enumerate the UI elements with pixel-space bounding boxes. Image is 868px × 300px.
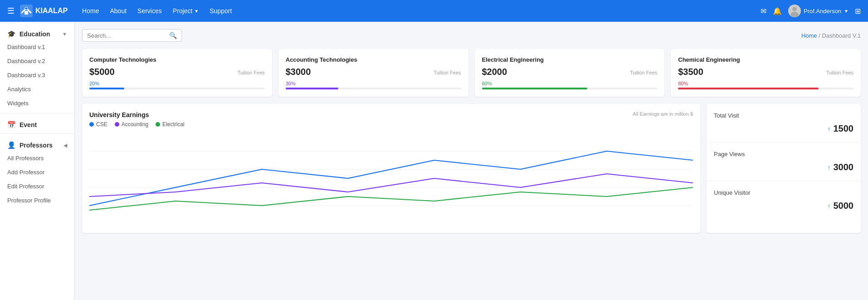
sidebar: 🎓 Education ▼ Dashboard v.1 Dashboard v.… (0, 22, 75, 300)
svg-rect-2 (25, 7, 28, 10)
sidebar-section-professors: 👤 Professors ◀ (0, 137, 74, 151)
legend-dot-accounting (115, 122, 119, 127)
user-name: Prof.Anderson (804, 8, 841, 15)
sidebar-item-dashboard-v2[interactable]: Dashboard v.2 (0, 54, 74, 68)
stat-arrow-total-visit: ↑ (828, 125, 831, 133)
svg-point-4 (790, 12, 799, 17)
hamburger-menu[interactable]: ☰ (7, 6, 15, 16)
sidebar-event-header[interactable]: 📅 Event (7, 121, 67, 129)
nav-home[interactable]: Home (82, 7, 99, 15)
sidebar-item-dashboard-v1[interactable]: Dashboard v.1 (0, 40, 74, 54)
search-box[interactable]: 🔍 (82, 29, 182, 42)
sidebar-professors-header[interactable]: 👤 Professors ◀ (7, 141, 67, 149)
progress-text-2: 60% (482, 81, 658, 86)
card-title-1: Accounting Technologies (286, 56, 461, 63)
breadcrumb-home[interactable]: Home (801, 32, 817, 39)
card-accounting-technologies: Accounting Technologies $3000 Tuition Fe… (278, 49, 468, 97)
card-title-3: Chemical Engineering (678, 56, 853, 63)
stats-card: Total Visit ↑ 1500 Page Views ↑ 3000 Uni… (707, 104, 861, 233)
breadcrumb-current: Dashboard V.1 (822, 32, 861, 39)
nav-support[interactable]: Support (210, 7, 232, 15)
sidebar-item-professor-profile[interactable]: Professor Profile (0, 193, 74, 207)
progress-track-1 (286, 88, 461, 89)
brand-name: KIAALAP (35, 7, 68, 15)
progress-bar-1: 30% (286, 81, 461, 89)
progress-track-3 (678, 88, 853, 89)
sidebar-education-header[interactable]: 🎓 Education ▼ (7, 30, 67, 38)
progress-bar-2: 60% (482, 81, 658, 89)
stat-label-page-views: Page Views (714, 151, 853, 157)
nav-project[interactable]: Project ▼ (173, 7, 199, 15)
user-profile-badge[interactable]: Prof.Anderson ▼ (788, 5, 848, 17)
progress-bar-0: 20% (89, 81, 265, 89)
sidebar-item-add-professor[interactable]: Add Professor (0, 165, 74, 179)
nav-links: Home About Services Project ▼ Support (82, 7, 761, 15)
card-label-1: Tuition Fees (434, 70, 461, 75)
card-label-0: Tuition Fees (238, 70, 265, 75)
card-value-row-2: $2000 Tuition Fees (482, 67, 658, 77)
card-title-0: Computer Technologies (89, 56, 265, 63)
chart-legend: CSE Accounting Electrical (89, 121, 185, 128)
search-input[interactable] (87, 32, 169, 39)
sidebar-professors-label: 👤 Professors (7, 141, 53, 149)
progress-fill-1 (286, 88, 338, 89)
bell-icon[interactable]: 🔔 (773, 7, 782, 15)
progress-text-0: 20% (89, 81, 265, 86)
sidebar-item-edit-professor[interactable]: Edit Professor (0, 179, 74, 193)
grid-icon[interactable]: ⊞ (855, 7, 861, 15)
card-computer-technologies: Computer Technologies $5000 Tuition Fees… (82, 49, 272, 97)
sidebar-education-label: 🎓 Education (7, 30, 50, 38)
legend-dot-electrical (156, 122, 160, 127)
sidebar-section-event: 📅 Event (0, 116, 74, 131)
legend-label-electrical: Electrical (162, 121, 185, 128)
nav-services[interactable]: Services (137, 7, 162, 15)
stat-row-page-views: Page Views ↑ 3000 (707, 143, 861, 181)
nav-about[interactable]: About (110, 7, 127, 15)
chart-subtitle: All Earnings are in million $ (633, 111, 693, 117)
svg-rect-1 (24, 11, 28, 15)
progress-bar-3: 80% (678, 81, 853, 89)
stat-label-unique-visitor: Unique Visitor (714, 189, 853, 196)
stat-value-unique-visitor: 5000 (834, 201, 854, 211)
sidebar-item-dashboard-v3[interactable]: Dashboard v.3 (0, 68, 74, 82)
stat-label-total-visit: Total Visit (714, 112, 853, 119)
chart-header: University Earnings CSE Accounting (89, 111, 693, 128)
card-label-2: Tuition Fees (630, 70, 657, 75)
sidebar-item-widgets[interactable]: Widgets (0, 96, 74, 110)
sidebar-section-education: 🎓 Education ▼ (0, 25, 74, 40)
card-value-1: $3000 (286, 67, 311, 77)
progress-text-3: 80% (678, 81, 853, 86)
progress-track-2 (482, 88, 658, 89)
progress-fill-3 (678, 88, 818, 89)
brand-logo-icon (20, 5, 33, 17)
card-value-row-1: $3000 Tuition Fees (286, 67, 461, 77)
earnings-chart-card: University Earnings CSE Accounting (82, 104, 700, 233)
svg-point-3 (792, 7, 797, 11)
legend-label-accounting: Accounting (122, 121, 148, 128)
sidebar-item-analytics[interactable]: Analytics (0, 82, 74, 96)
user-chevron-icon: ▼ (844, 9, 848, 14)
search-icon: 🔍 (169, 32, 177, 39)
progress-fill-2 (482, 88, 587, 89)
calendar-icon: 📅 (7, 121, 16, 129)
card-value-row-0: $5000 Tuition Fees (89, 67, 265, 77)
legend-item-cse: CSE (89, 121, 107, 128)
stat-value-total-visit: 1500 (834, 123, 854, 134)
main-layout: 🎓 Education ▼ Dashboard v.1 Dashboard v.… (0, 22, 868, 300)
sidebar-event-label: 📅 Event (7, 121, 37, 129)
sidebar-item-all-professors[interactable]: All Professors (0, 151, 74, 165)
education-chevron-icon: ▼ (62, 31, 67, 37)
stat-arrow-unique-visitor: ↑ (828, 202, 831, 210)
main-content: 🔍 Home / Dashboard V.1 Computer Technolo… (75, 22, 868, 300)
stat-row-unique-visitor: Unique Visitor ↑ 5000 (707, 181, 861, 219)
stat-arrow-page-views: ↑ (828, 164, 831, 171)
earnings-chart-svg (89, 133, 693, 224)
top-bar: 🔍 Home / Dashboard V.1 (82, 29, 861, 42)
card-value-0: $5000 (89, 67, 115, 77)
stat-value-row-page-views: ↑ 3000 (714, 162, 853, 172)
card-title-2: Electrical Engineering (482, 56, 658, 63)
breadcrumb: Home / Dashboard V.1 (801, 32, 861, 39)
mail-icon[interactable]: ✉ (761, 7, 766, 15)
stat-value-row-total-visit: ↑ 1500 (714, 123, 853, 134)
stat-row-total-visit: Total Visit ↑ 1500 (707, 104, 861, 143)
